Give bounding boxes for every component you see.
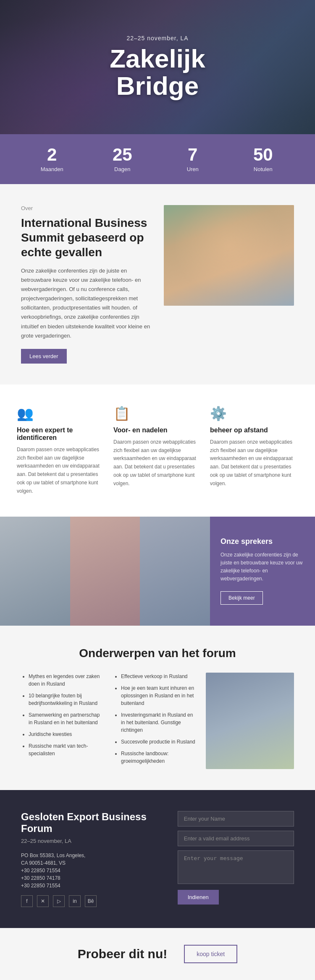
countdown-days-number: 25 [113, 146, 132, 164]
list-item: Russische markt van tech-specialisten [29, 742, 105, 757]
countdown-section: 2 Maanden 25 Dagen 7 Uren 50 Notulen [0, 134, 315, 184]
contact-message-input[interactable] [178, 850, 294, 884]
social-linkedin[interactable]: in [69, 895, 81, 907]
countdown-hours: 7 Uren [176, 146, 210, 172]
hero-title: Zakelijk Bridge [110, 45, 205, 99]
countdown-months-number: 2 [47, 146, 57, 164]
speakers-info-text: Onze zakelijke conferenties zijn de juis… [220, 551, 304, 583]
speakers-more-button[interactable]: Bekijk meer [220, 591, 263, 605]
hero-date: 22–25 november, LA [110, 35, 205, 42]
contact-social: f ✕ ▷ in Bē [21, 895, 161, 907]
about-section: Over International Business Summit gebas… [0, 184, 315, 385]
feature-pros-cons: 📋 Voor- en nadelen Daarom passen onze we… [113, 406, 202, 496]
countdown-months-label: Maanden [41, 166, 63, 172]
list-item: Hoe je een team kunt inhuren en oplossin… [121, 684, 197, 707]
countdown-minutes: 50 Notulen [246, 146, 280, 172]
cta-section: Probeer dit nu! koop ticket [0, 928, 315, 980]
about-right [164, 205, 294, 306]
list-item: Juridische kwesties [29, 730, 105, 738]
forum-section: Onderwerpen van het forum Mythes en lege… [0, 626, 315, 790]
contact-name-input[interactable] [178, 811, 294, 827]
countdown-minutes-label: Notulen [254, 166, 273, 172]
list-item: Mythes en legendes over zaken doen in Ru… [29, 673, 105, 688]
contact-phone-3: +30 22850 71554 [21, 883, 161, 889]
speakers-images [0, 517, 210, 626]
list-item: Samenwerking en partnerschap in Rusland … [29, 711, 105, 726]
contact-submit-button[interactable]: Indienen [178, 890, 219, 905]
cta-text: Probeer dit nu! [78, 947, 167, 961]
social-facebook[interactable]: f [21, 895, 33, 907]
about-text: Onze zakelijke conferenties zijn de juis… [21, 266, 151, 341]
speaker-image-1 [0, 517, 70, 626]
contact-phone-1: +30 22850 71554 [21, 868, 161, 873]
forum-list-left: Mythes en legendes over zaken doen in Ru… [21, 673, 105, 769]
countdown-days: 25 Dagen [105, 146, 139, 172]
countdown-hours-label: Uren [187, 166, 199, 172]
contact-title: Gesloten Export Business Forum [21, 811, 161, 834]
about-left: Over International Business Summit gebas… [21, 205, 164, 364]
read-more-button[interactable]: Lees verder [21, 349, 67, 364]
social-youtube[interactable]: ▷ [53, 895, 65, 907]
hero-title-line2: Bridge [116, 71, 199, 100]
speaker-image-2 [70, 517, 140, 626]
list-item: Succesvolle productie in Rusland [121, 738, 197, 746]
about-image-visual [164, 205, 294, 306]
feature-remote-title: beheer op afstand [210, 426, 268, 434]
forum-lists: Mythes en legendes over zaken doen in Ru… [21, 673, 197, 769]
feature-remote: ⚙️ beheer op afstand Daarom passen onze … [210, 406, 298, 496]
about-over-label: Over [21, 205, 151, 211]
hero-title-line1: Zakelijk [110, 44, 205, 73]
feature-pros-cons-text: Daarom passen onze webapplicaties zich f… [113, 438, 202, 488]
countdown-minutes-number: 50 [253, 146, 273, 164]
speakers-info-title: Onze sprekers [220, 537, 304, 546]
remote-icon: ⚙️ [210, 406, 227, 421]
buy-ticket-button[interactable]: koop ticket [184, 945, 237, 963]
feature-identify-text: Daarom passen onze webapplicaties zich f… [17, 446, 105, 496]
contact-phone-2: +30 22850 74178 [21, 875, 161, 881]
forum-list-right: Effectieve verkoop in Rusland Hoe je een… [113, 673, 197, 769]
forum-content: Mythes en legendes over zaken doen in Ru… [21, 673, 294, 769]
identify-icon: 👥 [17, 406, 34, 421]
list-item: Russische landbouw: groeimogelijkheden [121, 750, 197, 765]
contact-form: Indienen [178, 811, 294, 907]
countdown-hours-number: 7 [188, 146, 197, 164]
feature-pros-cons-title: Voor- en nadelen [113, 426, 168, 434]
list-item: 10 belangrijke fouten bij bedrijfsontwik… [29, 692, 105, 707]
features-section: 👥 Hoe een expert te identificeren Daarom… [0, 385, 315, 517]
speakers-info: Onze sprekers Onze zakelijke conferentie… [210, 517, 315, 626]
pros-cons-icon: 📋 [113, 406, 130, 421]
about-title: International Business Summit gebaseerd … [21, 216, 151, 260]
feature-identify-title: Hoe een expert te identificeren [17, 426, 105, 442]
about-image [164, 205, 294, 306]
contact-address-1: PO Box 55383, Los Angeles, [21, 853, 161, 858]
list-item: Effectieve verkoop in Rusland [121, 673, 197, 680]
hero-content: 22–25 november, LA Zakelijk Bridge [110, 35, 205, 99]
countdown-months: 2 Maanden [35, 146, 69, 172]
hero-section: 22–25 november, LA Zakelijk Bridge [0, 0, 315, 134]
forum-title: Onderwerpen van het forum [21, 647, 294, 660]
countdown-days-label: Dagen [114, 166, 130, 172]
forum-image [206, 673, 294, 769]
feature-identify: 👥 Hoe een expert te identificeren Daarom… [17, 406, 105, 496]
speakers-section: Onze sprekers Onze zakelijke conferentie… [0, 517, 315, 626]
contact-info: Gesloten Export Business Forum 22–25 nov… [21, 811, 161, 907]
feature-remote-text: Daarom passen onze webapplicaties zich f… [210, 438, 298, 488]
contact-section: Gesloten Export Business Forum 22–25 nov… [0, 790, 315, 928]
list-item: Investeringsmarkt in Rusland en in het b… [121, 711, 197, 734]
contact-subtitle: 22–25 november, LA [21, 838, 161, 844]
social-twitter[interactable]: ✕ [37, 895, 49, 907]
speaker-image-3 [140, 517, 210, 626]
contact-email-input[interactable] [178, 831, 294, 846]
contact-address-2: CA 90051-4681, VS [21, 860, 161, 866]
social-behance[interactable]: Bē [85, 895, 97, 907]
